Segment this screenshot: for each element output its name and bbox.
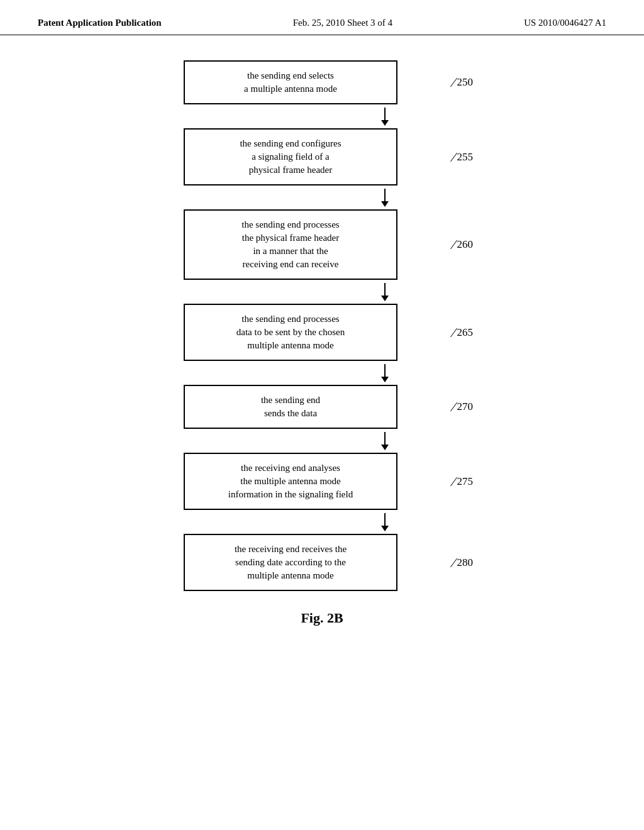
- arrow-line-0: [384, 108, 386, 125]
- arrow-line-2: [384, 283, 386, 301]
- flow-box-step-275: the receiving end analyses the multiple …: [184, 453, 397, 510]
- flow-box-step-260: the sending end processes the physical f…: [184, 209, 397, 280]
- flow-label-step-275: ∕275: [453, 473, 473, 490]
- arrow-2: [165, 280, 479, 304]
- flow-step-step-280: the receiving end receives the sending d…: [165, 534, 479, 591]
- flow-box-step-265: the sending end processes data to be sen…: [184, 304, 397, 361]
- flow-label-step-250: ∕250: [453, 74, 473, 91]
- flow-label-step-260: ∕260: [453, 236, 473, 253]
- arrow-line-4: [384, 432, 386, 450]
- header-publication-type: Patent Application Publication: [38, 18, 162, 28]
- header-patent-number: US 2010/0046427 A1: [524, 18, 606, 28]
- main-content: the sending end selects a multiple anten…: [0, 42, 644, 639]
- flow-label-step-255: ∕255: [453, 149, 473, 165]
- arrow-1: [165, 185, 479, 209]
- header-date-sheet: Feb. 25, 2010 Sheet 3 of 4: [293, 18, 392, 28]
- flow-box-step-270: the sending end sends the data: [184, 385, 397, 429]
- flow-step-step-265: the sending end processes data to be sen…: [165, 304, 479, 361]
- arrow-line-3: [384, 364, 386, 382]
- flow-label-step-270: ∕270: [453, 399, 473, 415]
- arrow-0: [165, 104, 479, 128]
- arrow-5: [165, 510, 479, 534]
- page-header: Patent Application Publication Feb. 25, …: [0, 0, 644, 35]
- flowchart: the sending end selects a multiple anten…: [165, 60, 479, 591]
- flow-step-step-270: the sending end sends the data∕270: [165, 385, 479, 429]
- flow-label-step-265: ∕265: [453, 324, 473, 341]
- flow-box-step-250: the sending end selects a multiple anten…: [184, 60, 397, 104]
- figure-caption: Fig. 2B: [301, 610, 343, 626]
- arrow-4: [165, 429, 479, 453]
- flow-step-step-260: the sending end processes the physical f…: [165, 209, 479, 280]
- arrow-line-1: [384, 189, 386, 206]
- flow-box-step-280: the receiving end receives the sending d…: [184, 534, 397, 591]
- flow-step-step-275: the receiving end analyses the multiple …: [165, 453, 479, 510]
- arrow-3: [165, 361, 479, 385]
- flow-label-step-280: ∕280: [453, 555, 473, 571]
- arrow-line-5: [384, 513, 386, 531]
- flow-step-step-255: the sending end configures a signaling f…: [165, 128, 479, 185]
- flow-box-step-255: the sending end configures a signaling f…: [184, 128, 397, 185]
- flow-step-step-250: the sending end selects a multiple anten…: [165, 60, 479, 104]
